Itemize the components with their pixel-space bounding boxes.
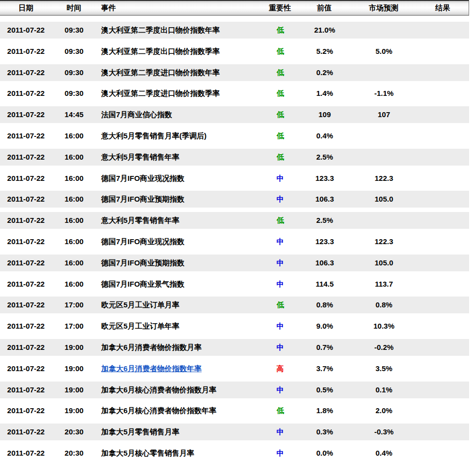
time-cell: 09:30 [52, 64, 96, 81]
importance-badge: 中 [262, 445, 299, 462]
result-value [417, 339, 469, 356]
forecast-value: -1.1% [351, 85, 417, 102]
previous-value: 0.4% [299, 128, 351, 144]
importance-badge: 中 [262, 191, 299, 208]
date-cell: 2011-07-22 [0, 255, 52, 271]
event-cell: 加拿大6月核心消费者物价指数年率 [96, 402, 262, 419]
event-cell: 澳大利亚第二季度出口物价指数季率 [96, 43, 262, 60]
importance-badge: 低 [262, 64, 299, 81]
importance-badge: 低 [262, 212, 299, 229]
header-cell-forecast: 市场预测 [350, 3, 417, 13]
result-value [417, 85, 469, 102]
date-cell: 2011-07-22 [0, 339, 52, 356]
previous-value: 0.7% [299, 339, 351, 356]
previous-value: 3.7% [299, 360, 351, 377]
importance-badge: 中 [262, 382, 299, 398]
forecast-value: -0.2% [351, 339, 417, 356]
table-row: 2011-07-2216:00意大利5月零售销售年率低2.5% [0, 212, 469, 229]
event-cell: 澳大利亚第二季度出口物价指数年率 [96, 22, 262, 39]
importance-badge: 中 [262, 233, 299, 250]
table-row: 2011-07-2219:00加拿大6月核心消费者物价指数月率中0.5%0.1% [0, 382, 469, 398]
result-value [417, 106, 469, 123]
date-cell: 2011-07-22 [0, 297, 52, 313]
date-cell: 2011-07-22 [0, 212, 52, 229]
date-cell: 2011-07-22 [0, 149, 52, 166]
time-cell: 19:00 [52, 360, 96, 377]
importance-badge: 低 [262, 43, 299, 60]
date-cell: 2011-07-22 [0, 170, 52, 187]
importance-badge: 中 [262, 276, 299, 293]
previous-value: 5.2% [299, 43, 351, 60]
table-row: 2011-07-2217:00欧元区5月工业订单月率低0.8%0.8% [0, 297, 469, 313]
result-value [417, 233, 469, 250]
table-row: 2011-07-2219:00加拿大6月核心消费者物价指数年率低1.8%2.0% [0, 402, 469, 419]
time-cell: 16:00 [52, 170, 96, 187]
previous-value: 106.3 [299, 255, 351, 271]
time-cell: 16:00 [52, 212, 96, 229]
date-cell: 2011-07-22 [0, 43, 52, 60]
result-value [417, 64, 469, 81]
previous-value: 1.4% [299, 85, 351, 102]
result-value [417, 170, 469, 187]
forecast-value: 113.7 [351, 276, 417, 293]
date-cell: 2011-07-22 [0, 233, 52, 250]
forecast-value [351, 128, 417, 144]
time-cell: 09:30 [52, 43, 96, 60]
date-cell: 2011-07-22 [0, 402, 52, 419]
time-cell: 20:30 [52, 445, 96, 462]
header-cell-time: 时间 [52, 3, 96, 13]
previous-value: 0.8% [299, 297, 351, 313]
event-cell: 加拿大5月核心零售销售月率 [96, 445, 262, 462]
time-cell: 09:30 [52, 22, 96, 39]
table-row: 2011-07-2209:30澳大利亚第二季度出口物价指数年率低21.0% [0, 22, 469, 39]
event-cell: 澳大利亚第二季度进口物价指数季率 [96, 85, 262, 102]
previous-value: 2.5% [299, 149, 351, 166]
result-value [417, 128, 469, 144]
forecast-value [351, 22, 417, 39]
event-cell: 欧元区5月工业订单月率 [96, 297, 262, 313]
forecast-value: 5.0% [351, 43, 417, 60]
date-cell: 2011-07-22 [0, 445, 52, 462]
event-cell: 德国7月IFO商业预期指数 [96, 191, 262, 208]
previous-value: 21.0% [299, 22, 351, 39]
event-cell: 意大利5月零售销售月率(季调后) [96, 128, 262, 144]
forecast-value: 122.3 [351, 170, 417, 187]
table-row: 2011-07-2209:30澳大利亚第二季度进口物价指数年率低0.2% [0, 64, 469, 81]
event-cell: 加拿大6月消费者物价指数年率 [96, 360, 262, 377]
table-row: 2011-07-2219:00加拿大6月消费者物价指数年率高3.7%3.5% [0, 360, 469, 377]
table-row: 2011-07-2209:30澳大利亚第二季度进口物价指数季率低1.4%-1.1… [0, 85, 469, 102]
result-value [417, 43, 469, 60]
result-value [417, 318, 469, 335]
time-cell: 16:00 [52, 276, 96, 293]
table-body: 2011-07-2209:30澳大利亚第二季度出口物价指数年率低21.0%201… [0, 22, 476, 462]
previous-value: 0.2% [299, 64, 351, 81]
previous-value: 109 [299, 106, 351, 123]
time-cell: 16:00 [52, 191, 96, 208]
header-cell-previous: 前值 [298, 3, 350, 13]
event-cell: 法国7月商业信心指数 [96, 106, 262, 123]
importance-badge: 低 [262, 106, 299, 123]
forecast-value [351, 64, 417, 81]
result-value [417, 360, 469, 377]
importance-badge: 低 [262, 402, 299, 419]
forecast-value: -0.3% [351, 424, 417, 440]
result-value [417, 445, 469, 462]
importance-badge: 高 [262, 360, 299, 377]
event-link[interactable]: 加拿大6月消费者物价指数年率 [101, 364, 201, 373]
time-cell: 16:00 [52, 149, 96, 166]
forecast-value: 0.1% [351, 382, 417, 398]
table-row: 2011-07-2209:30澳大利亚第二季度出口物价指数季率低5.2%5.0% [0, 43, 469, 60]
forecast-value: 3.5% [351, 360, 417, 377]
table-header: 日期 时间 事件 重要性 前值 市场预测 结果 [0, 0, 469, 16]
result-value [417, 212, 469, 229]
previous-value: 1.8% [299, 402, 351, 419]
forecast-value: 122.3 [351, 233, 417, 250]
forecast-value: 105.0 [351, 255, 417, 271]
importance-badge: 中 [262, 339, 299, 356]
forecast-value: 0.4% [351, 445, 417, 462]
previous-value: 123.3 [299, 170, 351, 187]
event-cell: 德国7月IFO商业景气指数 [96, 276, 262, 293]
result-value [417, 402, 469, 419]
importance-badge: 低 [262, 22, 299, 39]
table-row: 2011-07-2214:45法国7月商业信心指数低109107 [0, 106, 469, 123]
